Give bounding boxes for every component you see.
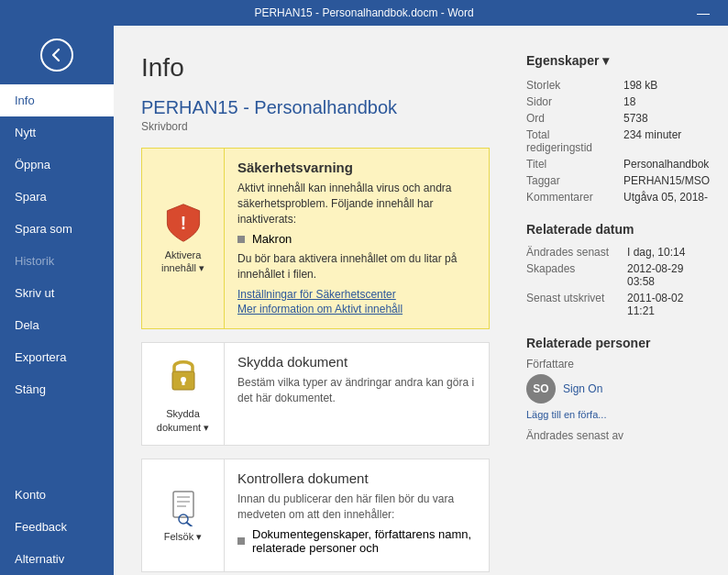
date-label: Ändrades senast <box>526 244 627 260</box>
prop-value: 18 <box>623 94 710 110</box>
title-bar: PERHAN15 - Personalhandbok.docm - Word — <box>0 0 728 26</box>
check-title: Kontrollera dokument <box>237 470 476 486</box>
check-body: Innan du publicerar den här filen bör du… <box>237 492 476 523</box>
check-item-label: Dokumentegenskaper, författarens namn, r… <box>252 527 476 555</box>
sign-on-link[interactable]: Sign On <box>563 382 602 395</box>
sidebar-item-historik[interactable]: Historik <box>0 245 114 277</box>
related-persons-heading: Relaterade personer <box>526 336 710 350</box>
author-label: Författare <box>526 358 710 370</box>
prop-label: Ord <box>526 110 623 127</box>
add-author-link[interactable]: Lägg till en förfa... <box>526 409 710 420</box>
table-row: Storlek 198 kB <box>526 77 710 94</box>
table-row: Ord 5738 <box>526 110 710 127</box>
sidebar-item-feedback[interactable]: Feedback <box>0 511 114 543</box>
sidebar-item-nytt[interactable]: Nytt <box>0 116 114 149</box>
sidebar-item-exportera[interactable]: Exportera <box>0 341 114 373</box>
prop-label: Kommentarer <box>526 189 623 205</box>
protect-icon-area: Skydda dokument ▾ <box>142 343 225 445</box>
page-title: Info <box>141 53 490 83</box>
info-left-panel: Info PERHAN15 - Personalhandbok Skrivbor… <box>114 26 517 575</box>
prop-value: 5738 <box>623 110 710 127</box>
date-label: Senast utskrivet <box>526 290 627 319</box>
avatar: SO <box>526 374 556 404</box>
sidebar-item-spara-som[interactable]: Spara som <box>0 213 114 245</box>
prop-label: Taggar <box>526 172 623 189</box>
svg-rect-4 <box>173 492 193 517</box>
table-row: Skapades 2012-08-29 03:58 <box>526 260 710 290</box>
related-dates-heading: Relaterade datum <box>526 222 710 237</box>
last-modified-label: Ändrades senast av <box>526 429 710 442</box>
date-value: 2011-08-02 11:21 <box>627 290 710 319</box>
title-text: PERHAN15 - Personalhandbok.docm - Word <box>254 6 473 19</box>
table-row: Ändrades senast I dag, 10:14 <box>526 244 710 260</box>
table-row: Sidor 18 <box>526 94 710 110</box>
protect-button[interactable]: Skydda dokument ▾ <box>157 394 209 434</box>
prop-value: Personalhandbok <box>623 156 710 172</box>
bullet-icon <box>237 236 245 243</box>
bullet-icon-2 <box>237 537 245 545</box>
sidebar-item-dela[interactable]: Dela <box>0 309 114 341</box>
sidebar-item-spara[interactable]: Spara <box>0 181 114 213</box>
felsok-button[interactable]: Felsök ▾ <box>164 530 202 543</box>
table-row: Taggar PERHAN15/MSO <box>526 172 710 189</box>
document-title: PERHAN15 - Personalhandbok <box>141 97 490 118</box>
back-arrow-icon <box>49 47 65 63</box>
date-value: I dag, 10:14 <box>627 244 710 260</box>
sidebar-item-stang[interactable]: Stäng <box>0 373 114 405</box>
sidebar-item-konto[interactable]: Konto <box>0 479 114 511</box>
table-row: Kommentarer Utgåva 05, 2018- <box>526 189 710 205</box>
document-location: Skrivbord <box>141 120 490 133</box>
svg-rect-3 <box>182 381 184 385</box>
main-content: Info PERHAN15 - Personalhandbok Skrivbor… <box>114 26 728 575</box>
check-icon-area: Felsök ▾ <box>142 459 225 572</box>
sidebar-item-oppna[interactable]: Öppna <box>0 149 114 181</box>
properties-heading[interactable]: Egenskaper ▾ <box>526 53 710 68</box>
author-row: SO Sign On <box>526 374 710 404</box>
protect-body: Bestäm vilka typer av ändringar andra ka… <box>237 375 476 406</box>
check-document-box: Felsök ▾ Kontrollera dokument Innan du p… <box>141 459 490 573</box>
properties-table: Storlek 198 kB Sidor 18 Ord 5738 Total r… <box>526 77 710 205</box>
macro-item: Makron <box>237 232 476 246</box>
sidebar-item-skriv-ut[interactable]: Skriv ut <box>0 277 114 309</box>
sidebar-item-info[interactable]: Info <box>0 84 114 116</box>
sidebar: Info Nytt Öppna Spara Spara som Historik… <box>0 26 114 575</box>
sidebar-item-alternativ[interactable]: Alternativ <box>0 543 114 575</box>
warning-icon-area: ! Aktivera innehåll ▾ <box>142 149 225 328</box>
warning-button[interactable]: Aktivera innehåll ▾ <box>153 249 213 275</box>
prop-value: Utgåva 05, 2018- <box>623 189 710 205</box>
table-row: Total redigeringstid 234 minuter <box>526 127 710 156</box>
security-center-link[interactable]: Inställningar för Säkerhetscenter <box>237 288 476 301</box>
prop-value: 198 kB <box>623 77 710 94</box>
warning-body: Aktivt innehåll kan innehålla virus och … <box>237 181 476 227</box>
table-row: Titel Personalhandbok <box>526 156 710 172</box>
protect-content: Skydda dokument Bestäm vilka typer av än… <box>225 343 489 445</box>
warning-note: Du bör bara aktivera innehållet om du li… <box>237 251 476 282</box>
back-button[interactable] <box>0 26 114 84</box>
dates-table: Ändrades senast I dag, 10:14 Skapades 20… <box>526 244 710 319</box>
protect-title: Skydda dokument <box>237 354 476 370</box>
macro-label: Makron <box>252 232 292 246</box>
svg-line-9 <box>187 523 192 526</box>
back-circle[interactable] <box>40 39 73 72</box>
check-content: Kontrollera dokument Innan du publicerar… <box>225 459 489 572</box>
prop-label: Sidor <box>526 94 623 110</box>
inspect-icon <box>166 488 201 526</box>
shield-icon: ! <box>163 203 204 243</box>
lock-icon <box>166 354 201 394</box>
security-warning-box: ! Aktivera innehåll ▾ Säkerhetsvarning A… <box>141 148 490 329</box>
svg-text:!: ! <box>180 213 185 233</box>
prop-value: 234 minuter <box>623 127 710 156</box>
prop-value: PERHAN15/MSO <box>623 172 710 189</box>
info-right-panel: Egenskaper ▾ Storlek 198 kB Sidor 18 Ord… <box>517 26 728 575</box>
persons-section: Författare SO Sign On Lägg till en förfa… <box>526 358 710 420</box>
check-item: Dokumentegenskaper, författarens namn, r… <box>237 527 476 555</box>
warning-title: Säkerhetsvarning <box>237 160 476 175</box>
active-content-link[interactable]: Mer information om Aktivt innehåll <box>237 303 476 315</box>
prop-label: Storlek <box>526 77 623 94</box>
date-label: Skapades <box>526 260 627 290</box>
protect-document-box: Skydda dokument ▾ Skydda dokument Bestäm… <box>141 342 490 446</box>
prop-label: Titel <box>526 156 623 172</box>
warning-content: Säkerhetsvarning Aktivt innehåll kan inn… <box>225 149 489 328</box>
date-value: 2012-08-29 03:58 <box>627 260 710 290</box>
minimize-button[interactable]: — <box>697 6 710 20</box>
